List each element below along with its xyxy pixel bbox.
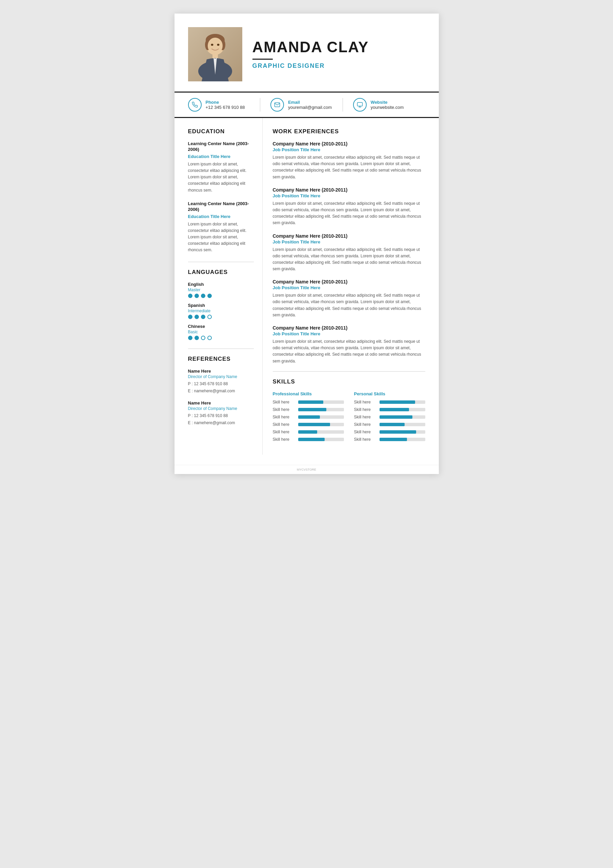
ref-phone-1: P : 12 345 678 910 88 [188,381,228,386]
pro-skill-bar-bg-5 [298,430,344,434]
work-entry-4: Company Name Here (2010-2011) Job Positi… [273,279,425,318]
svg-point-7 [211,44,213,46]
per-skill-bar-bg-2 [379,408,425,411]
contact-phone: Phone +12 345 678 910 88 [188,98,260,112]
per-skill-bar-bg-3 [379,415,425,419]
lang-dots-spanish [188,315,254,319]
pro-skill-2: Skill here [273,407,344,412]
website-label: Website [371,100,404,105]
edu-entry-2: Learning Center Name (2003-2006) Educati… [188,201,254,254]
work-desc-5: Lorem ipsum dolor sit amet, consectetur … [273,338,425,364]
work-position-3: Job Position Title Here [273,239,425,245]
work-company-1: Company Name Here (2010-2011) [273,141,425,146]
per-skill-name-5: Skill here [354,429,376,434]
lang-dots-chinese [188,336,254,340]
per-skill-bar-bg-6 [379,438,425,441]
work-section: WORK EXPERIENCES Company Name Here (2010… [273,128,425,364]
per-skill-bar-fill-2 [379,408,409,411]
pro-skill-name-4: Skill here [273,422,295,427]
ref-title-1: Director of Company Name [188,374,254,379]
candidate-title: GRAPHIC DESIGNER [252,62,425,70]
per-skill-name-4: Skill here [354,422,376,427]
work-entry-1: Company Name Here (2010-2011) Job Positi… [273,141,425,180]
work-entry-2: Company Name Here (2010-2011) Job Positi… [273,187,425,226]
pro-skill-name-5: Skill here [273,429,295,434]
contact-bar: Phone +12 345 678 910 88 Email youremail… [175,91,439,118]
professional-skills-label: Professional Skills [273,391,344,396]
pro-skill-bar-bg-6 [298,438,344,441]
website-value: yourwebsite.com [371,105,404,110]
email-value: youremail@gmail.com [288,105,332,110]
header-info: AMANDA CLAY GRAPHIC DESIGNER [252,39,425,70]
pro-skill-6: Skill here [273,437,344,442]
contact-email: Email youremail@gmail.com [260,98,342,112]
dot-3 [201,336,205,340]
ref-phone-2: P : 12 345 678 910 88 [188,413,228,418]
per-skill-name-6: Skill here [354,437,376,442]
per-skill-bar-bg-1 [379,400,425,404]
header-section: AMANDA CLAY GRAPHIC DESIGNER [175,14,439,91]
pro-skill-bar-bg-1 [298,400,344,404]
lang-name-english: English [188,282,254,287]
work-company-3: Company Name Here (2010-2011) [273,233,425,239]
ref-entry-1: Name Here Director of Company Name P : 1… [188,369,254,394]
work-title: WORK EXPERIENCES [273,128,425,135]
pro-skill-bar-fill-2 [298,408,327,411]
pro-skill-bar-fill-3 [298,415,320,419]
pro-skill-bar-fill-5 [298,430,317,434]
professional-skills-col: Professional Skills Skill here Skill her… [273,391,344,445]
edu-entry-1: Learning Center Name (2003-2006) Educati… [188,141,254,194]
work-position-2: Job Position Title Here [273,193,425,198]
work-desc-4: Lorem ipsum dolor sit amet, consectetur … [273,292,425,318]
dot-1 [188,294,192,298]
work-position-5: Job Position Title Here [273,331,425,336]
work-entry-5: Company Name Here (2010-2011) Job Positi… [273,325,425,364]
dot-4 [207,315,212,319]
lang-entry-chinese: Chinese Basic [188,324,254,340]
edu-degree-1: Education Title Here [188,154,254,159]
per-skill-bar-fill-3 [379,415,412,419]
header-name-divider [252,59,273,60]
skills-section: SKILLS Professional Skills Skill here Sk… [273,378,425,445]
references-section: REFERENCES Name Here Director of Company… [188,356,254,426]
dot-2 [195,336,199,340]
ref-contact-2: P : 12 345 678 910 88 E : namehere@gmail… [188,412,254,426]
work-desc-3: Lorem ipsum dolor sit amet, consectetur … [273,246,425,273]
phone-icon [188,98,201,112]
lang-dots-english [188,294,254,298]
ref-email-2: E : namehere@gmail.com [188,420,235,425]
svg-rect-11 [357,102,362,106]
pro-skill-4: Skill here [273,422,344,427]
ref-email-1: E : namehere@gmail.com [188,389,235,393]
per-skill-name-2: Skill here [354,407,376,412]
edu-desc-2: Lorem ipsum dolor sit amet, consectetur … [188,221,254,254]
per-skill-bar-fill-1 [379,400,415,404]
profile-photo [188,27,242,81]
per-skill-1: Skill here [354,400,425,405]
languages-title: LANGUAGES [188,269,254,276]
edu-desc-1: Lorem ipsum dolor sit amet, consectetur … [188,161,254,194]
left-column: EDUCATION Learning Center Name (2003-200… [175,118,263,455]
dot-1 [188,315,192,319]
work-company-5: Company Name Here (2010-2011) [273,325,425,330]
pro-skill-1: Skill here [273,400,344,405]
email-label: Email [288,100,332,105]
lang-level-english: Master [188,288,254,292]
pro-skill-5: Skill here [273,429,344,434]
skills-grid: Professional Skills Skill here Skill her… [273,391,425,445]
pro-skill-3: Skill here [273,415,344,419]
phone-label: Phone [206,100,245,105]
main-body: EDUCATION Learning Center Name (2003-200… [175,118,439,465]
pro-skill-name-2: Skill here [273,407,295,412]
dot-4 [207,294,212,298]
per-skill-2: Skill here [354,407,425,412]
watermark: MYCVSTORE [175,465,439,474]
skills-title: SKILLS [273,378,425,385]
website-icon [353,98,367,112]
lang-name-chinese: Chinese [188,324,254,329]
work-position-1: Job Position Title Here [273,147,425,152]
edu-degree-2: Education Title Here [188,214,254,219]
work-desc-1: Lorem ipsum dolor sit amet, consectetur … [273,154,425,180]
dot-2 [195,315,199,319]
dot-2 [195,294,199,298]
